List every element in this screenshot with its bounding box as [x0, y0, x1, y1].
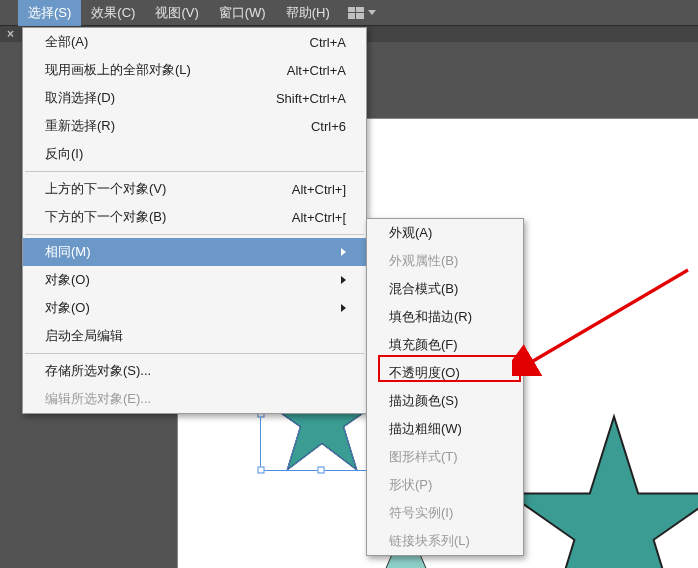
menu-item-label: 存储所选对象(S)... [45, 362, 151, 380]
submenu-shape: 形状(P) [367, 471, 523, 499]
menu-item-label: 对象(O) [45, 299, 90, 317]
submenu-arrow-icon [341, 276, 346, 284]
menu-item-label: 取消选择(D) [45, 89, 115, 107]
select-menu-dropdown: 全部(A) Ctrl+A 现用画板上的全部对象(L) Alt+Ctrl+A 取消… [22, 27, 367, 414]
menu-item-label: 外观(A) [389, 224, 432, 242]
submenu-arrow-icon [341, 304, 346, 312]
menu-item-label: 填色和描边(R) [389, 308, 472, 326]
menu-item-label: 上方的下一个对象(V) [45, 180, 166, 198]
menu-item-shortcut: Shift+Ctrl+A [276, 91, 346, 106]
submenu-blend-mode[interactable]: 混合模式(B) [367, 275, 523, 303]
menu-item-shortcut: Ctrl+A [310, 35, 346, 50]
submenu-opacity[interactable]: 不透明度(O) [367, 359, 523, 387]
menu-item-label: 图形样式(T) [389, 448, 458, 466]
submenu-fill-stroke[interactable]: 填色和描边(R) [367, 303, 523, 331]
menu-item-edit-selection: 编辑所选对象(E)... [23, 385, 366, 413]
menu-item-same[interactable]: 相同(M) [23, 238, 366, 266]
layout-switcher[interactable] [348, 7, 376, 19]
menu-view[interactable]: 视图(V) [145, 0, 208, 26]
menu-item-label: 链接块系列(L) [389, 532, 470, 550]
menu-item-next-below[interactable]: 下方的下一个对象(B) Alt+Ctrl+[ [23, 203, 366, 231]
submenu-appearance[interactable]: 外观(A) [367, 219, 523, 247]
menu-item-label: 描边颜色(S) [389, 392, 458, 410]
submenu-link-block: 链接块系列(L) [367, 527, 523, 555]
menu-item-deselect[interactable]: 取消选择(D) Shift+Ctrl+A [23, 84, 366, 112]
menubar: 选择(S) 效果(C) 视图(V) 窗口(W) 帮助(H) [0, 0, 698, 26]
menu-item-label: 反向(I) [45, 145, 83, 163]
menu-select[interactable]: 选择(S) [18, 0, 81, 26]
submenu-stroke-weight[interactable]: 描边粗细(W) [367, 415, 523, 443]
submenu-arrow-icon [341, 248, 346, 256]
submenu-fill-color[interactable]: 填充颜色(F) [367, 331, 523, 359]
menu-item-shortcut: Ctrl+6 [311, 119, 346, 134]
chevron-down-icon [368, 10, 376, 15]
star-shape-large[interactable] [504, 410, 698, 568]
submenu-stroke-color[interactable]: 描边颜色(S) [367, 387, 523, 415]
menu-item-label: 填充颜色(F) [389, 336, 458, 354]
svg-marker-0 [508, 417, 698, 568]
menu-help[interactable]: 帮助(H) [276, 0, 340, 26]
menu-item-all-on-artboard[interactable]: 现用画板上的全部对象(L) Alt+Ctrl+A [23, 56, 366, 84]
menu-item-label: 启动全局编辑 [45, 327, 123, 345]
menu-item-global-edit[interactable]: 启动全局编辑 [23, 322, 366, 350]
close-tab-icon[interactable]: × [7, 27, 14, 41]
menu-item-label: 全部(A) [45, 33, 88, 51]
menu-item-label: 编辑所选对象(E)... [45, 390, 151, 408]
submenu-graphic-style: 图形样式(T) [367, 443, 523, 471]
menu-item-object-2[interactable]: 对象(O) [23, 294, 366, 322]
menu-separator [25, 171, 364, 172]
menu-window[interactable]: 窗口(W) [209, 0, 276, 26]
menu-item-label: 混合模式(B) [389, 280, 458, 298]
menu-item-object-1[interactable]: 对象(O) [23, 266, 366, 294]
submenu-appearance-attr: 外观属性(B) [367, 247, 523, 275]
same-submenu: 外观(A) 外观属性(B) 混合模式(B) 填色和描边(R) 填充颜色(F) 不… [366, 218, 524, 556]
menu-item-label: 现用画板上的全部对象(L) [45, 61, 191, 79]
menu-item-next-above[interactable]: 上方的下一个对象(V) Alt+Ctrl+] [23, 175, 366, 203]
menu-item-label: 外观属性(B) [389, 252, 458, 270]
menu-item-label: 相同(M) [45, 243, 91, 261]
menu-item-label: 不透明度(O) [389, 364, 460, 382]
menu-item-label: 描边粗细(W) [389, 420, 462, 438]
menu-effect[interactable]: 效果(C) [81, 0, 145, 26]
submenu-symbol-instance: 符号实例(I) [367, 499, 523, 527]
menu-item-inverse[interactable]: 反向(I) [23, 140, 366, 168]
menu-item-shortcut: Alt+Ctrl+[ [292, 210, 346, 225]
grid-icon [348, 7, 364, 19]
menu-item-save-selection[interactable]: 存储所选对象(S)... [23, 357, 366, 385]
menu-item-label: 重新选择(R) [45, 117, 115, 135]
menu-separator [25, 353, 364, 354]
menu-item-label: 符号实例(I) [389, 504, 453, 522]
menu-item-label: 下方的下一个对象(B) [45, 208, 166, 226]
menu-item-shortcut: Alt+Ctrl+A [287, 63, 346, 78]
menu-item-shortcut: Alt+Ctrl+] [292, 182, 346, 197]
menu-item-label: 形状(P) [389, 476, 432, 494]
menu-item-label: 对象(O) [45, 271, 90, 289]
menu-separator [25, 234, 364, 235]
menu-item-all[interactable]: 全部(A) Ctrl+A [23, 28, 366, 56]
menu-item-reselect[interactable]: 重新选择(R) Ctrl+6 [23, 112, 366, 140]
